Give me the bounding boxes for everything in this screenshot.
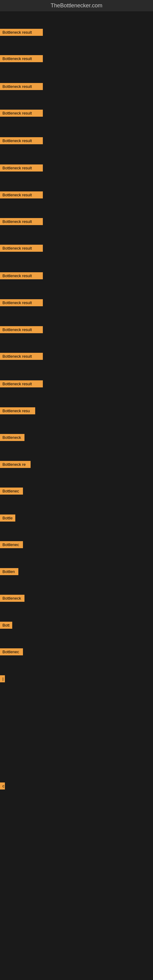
bottleneck-badge[interactable]: Bottleneck result	[0, 218, 43, 225]
bottleneck-badge[interactable]: |	[0, 675, 5, 682]
bottleneck-result-item[interactable]: Bottleneck	[0, 595, 24, 602]
bottleneck-result-item[interactable]: Bottleneck resu	[0, 407, 35, 414]
bottleneck-result-item[interactable]: Bottleneck result	[0, 326, 43, 333]
bottleneck-badge[interactable]: Bottleneck	[0, 595, 24, 602]
bottleneck-badge[interactable]: Bottleneck result	[0, 191, 43, 199]
bottleneck-result-item[interactable]: Bottle	[0, 514, 15, 522]
bottleneck-badge[interactable]: Bottleneck re	[0, 461, 30, 468]
bottleneck-result-item[interactable]: Bottlenec	[0, 648, 23, 655]
bottleneck-badge[interactable]: Bottleneck result	[0, 164, 43, 172]
bottleneck-badge[interactable]: Bottlenec	[0, 488, 23, 495]
bottleneck-result-item[interactable]: Bottleneck result	[0, 380, 43, 387]
bottleneck-result-item[interactable]: Bottleneck result	[0, 83, 43, 90]
bottleneck-badge[interactable]: Bottleneck	[0, 434, 24, 441]
site-title: TheBottlenecker.com	[0, 0, 153, 11]
bottleneck-result-item[interactable]: Bottleneck result	[0, 29, 43, 36]
bottleneck-badge[interactable]: c	[0, 783, 5, 789]
bottleneck-result-item[interactable]: Bottleneck result	[0, 137, 43, 144]
bottleneck-badge[interactable]: Bottleneck result	[0, 299, 43, 306]
bottleneck-result-item[interactable]: Bottlenec	[0, 488, 23, 495]
bottleneck-result-item[interactable]: |	[0, 675, 5, 682]
bottleneck-badge[interactable]: Bottleneck result	[0, 137, 43, 144]
bottleneck-result-item[interactable]: Bottleneck result	[0, 272, 43, 279]
bottleneck-result-item[interactable]: c	[0, 783, 5, 789]
bottleneck-result-item[interactable]: Bottleneck result	[0, 353, 43, 360]
bottleneck-result-item[interactable]: Bottleneck result	[0, 164, 43, 172]
bottleneck-badge[interactable]: Bottleneck result	[0, 353, 43, 360]
bottleneck-result-item[interactable]: Bottleneck result	[0, 245, 43, 252]
bottleneck-badge[interactable]: Bottleneck result	[0, 55, 43, 62]
bottleneck-badge[interactable]: Bottleneck result	[0, 110, 43, 117]
bottleneck-badge[interactable]: Bottlenec	[0, 648, 23, 655]
bottleneck-result-item[interactable]: Bottleneck result	[0, 191, 43, 199]
bottleneck-badge[interactable]: Bott	[0, 622, 12, 629]
bottleneck-badge[interactable]: Bottleneck result	[0, 245, 43, 252]
bottleneck-badge[interactable]: Bottleneck result	[0, 29, 43, 36]
bottleneck-result-item[interactable]: Bottleneck result	[0, 55, 43, 62]
bottleneck-result-item[interactable]: Bottleneck result	[0, 299, 43, 306]
bottleneck-result-item[interactable]: Bottleneck result	[0, 218, 43, 225]
bottleneck-result-item[interactable]: Bott	[0, 622, 12, 629]
bottleneck-badge[interactable]: Bottlenec	[0, 541, 23, 548]
bottleneck-badge[interactable]: Bottleneck result	[0, 326, 43, 333]
bottleneck-badge[interactable]: Bottleneck result	[0, 380, 43, 387]
bottleneck-result-item[interactable]: Bottlen	[0, 568, 18, 575]
bottleneck-result-item[interactable]: Bottleneck result	[0, 110, 43, 117]
bottleneck-badge[interactable]: Bottle	[0, 514, 15, 522]
bottleneck-badge[interactable]: Bottleneck result	[0, 83, 43, 90]
bottleneck-badge[interactable]: Bottleneck result	[0, 272, 43, 279]
bottleneck-badge[interactable]: Bottleneck resu	[0, 407, 35, 414]
bottleneck-result-item[interactable]: Bottlenec	[0, 541, 23, 548]
bottleneck-result-item[interactable]: Bottleneck re	[0, 461, 30, 468]
bottleneck-result-item[interactable]: Bottleneck	[0, 434, 24, 441]
bottleneck-badge[interactable]: Bottlen	[0, 568, 18, 575]
